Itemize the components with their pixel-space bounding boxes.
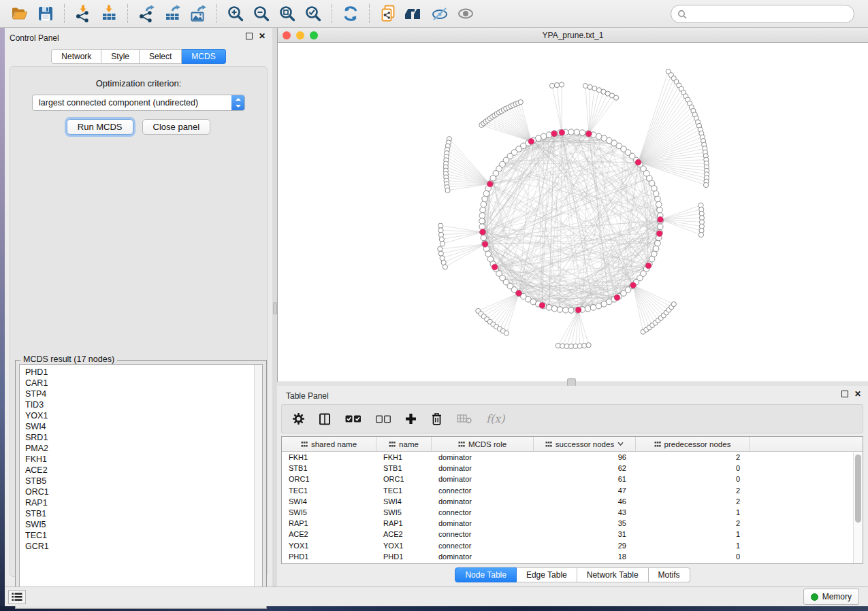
column-header-name[interactable]: name (376, 437, 432, 451)
cell-successor_nodes: 46 (534, 497, 636, 506)
delete-table-icon[interactable] (457, 414, 472, 424)
result-item[interactable]: FKH1 (20, 454, 262, 465)
table-row[interactable]: PHD1PHD1dominator180 (282, 551, 863, 562)
result-item[interactable]: PMA2 (20, 443, 262, 454)
result-item[interactable]: TID3 (20, 399, 262, 410)
table-scrollbar-thumb[interactable] (855, 455, 861, 523)
deselect-all-rows-icon[interactable] (376, 415, 391, 423)
result-item[interactable]: TEC1 (20, 530, 262, 541)
table-row[interactable]: STB1STB1dominator620 (282, 463, 863, 474)
close-table-panel-icon[interactable]: ✕ (854, 391, 861, 397)
add-column-icon[interactable] (405, 413, 417, 425)
result-item[interactable]: SWI4 (20, 421, 262, 432)
task-history-icon[interactable] (8, 590, 26, 604)
minimize-window-icon[interactable] (296, 31, 304, 39)
fx-label: f(x) (486, 412, 504, 425)
run-mcds-button[interactable]: Run MCDS (67, 119, 133, 135)
zoom-selected-icon[interactable] (302, 3, 324, 24)
table-tab-node-table[interactable]: Node Table (455, 567, 517, 582)
table-row[interactable]: ORC1ORC1dominator610 (282, 474, 863, 484)
gear-icon[interactable] (293, 413, 304, 425)
result-item[interactable]: SRD1 (20, 432, 262, 443)
tab-style[interactable]: Style (101, 49, 140, 64)
trash-icon[interactable] (431, 412, 443, 425)
network-titlebar[interactable]: YPA_prune.txt_1 (278, 28, 868, 43)
close-panel-button[interactable]: Close panel (142, 119, 211, 135)
cell-predecessor_nodes: 2 (636, 519, 750, 527)
result-list-scrollbar[interactable] (254, 365, 262, 604)
table-tab-network-table[interactable]: Network Table (577, 567, 649, 582)
tab-mcds[interactable]: MCDS (182, 49, 225, 64)
table-row[interactable]: FKH1FKH1dominator962 (282, 452, 863, 463)
column-header-successor-nodes[interactable]: successor nodes (534, 437, 636, 451)
tab-network[interactable]: Network (51, 49, 101, 64)
function-builder-icon[interactable]: f(x) (486, 412, 504, 425)
result-item[interactable]: ORC1 (20, 486, 262, 497)
result-item[interactable]: GCR1 (20, 541, 262, 552)
tab-select[interactable]: Select (140, 49, 182, 64)
zoom-out-icon[interactable] (251, 3, 272, 24)
export-network-icon[interactable] (135, 3, 157, 24)
cell-predecessor_nodes: 1 (636, 542, 750, 550)
result-item[interactable]: STB1 (20, 508, 262, 519)
table-scrollbar[interactable] (853, 452, 863, 563)
result-item[interactable]: RAP1 (20, 497, 262, 508)
maximize-window-icon[interactable] (310, 31, 318, 39)
clone-network-icon[interactable] (377, 3, 399, 24)
mcds-result-list[interactable]: PHD1CAR1STP4TID3YOX1SWI4SRD1PMA2FKH1ACE2… (19, 364, 263, 605)
cell-name: TEC1 (376, 486, 432, 495)
hide-selected-eye-icon[interactable] (429, 3, 451, 24)
column-type-icon (458, 441, 465, 448)
show-columns-icon[interactable] (319, 413, 331, 425)
import-network-icon[interactable] (72, 3, 94, 24)
table-row[interactable]: ACE2ACE2connector311 (282, 529, 863, 540)
table-tab-edge-table[interactable]: Edge Table (517, 567, 577, 582)
close-panel-icon[interactable]: ✕ (259, 33, 266, 39)
show-hidden-eye-icon[interactable] (455, 3, 477, 24)
column-header-predecessor-nodes[interactable]: predecessor nodes (636, 437, 750, 451)
select-all-rows-icon[interactable] (345, 414, 361, 423)
cell-shared_name: FKH1 (282, 453, 376, 461)
table-row[interactable]: SWI4SWI4dominator462 (282, 496, 863, 507)
control-panel: Control Panel ✕ NetworkStyleSelectMCDS O… (5, 28, 272, 587)
refresh-icon[interactable] (340, 3, 361, 24)
open-file-icon[interactable] (9, 3, 31, 24)
result-item[interactable]: ACE2 (20, 465, 262, 476)
table-toolbar: f(x) (281, 404, 863, 433)
table-tabs: Node TableEdge TableNetwork TableMotifs (455, 567, 690, 582)
toolbar-separator (216, 4, 217, 23)
search-input[interactable] (690, 7, 854, 21)
result-item[interactable]: CAR1 (20, 378, 262, 389)
toolbar-separator (332, 4, 332, 23)
table-row[interactable]: YOX1YOX1connector291 (282, 540, 863, 551)
result-item[interactable]: PHD1 (20, 365, 262, 378)
result-item[interactable]: STB5 (20, 476, 262, 486)
control-tabs: NetworkStyleSelectMCDS (5, 49, 272, 64)
zoom-in-icon[interactable] (225, 3, 246, 24)
float-panel-icon[interactable] (246, 33, 253, 39)
result-item[interactable]: STP4 (20, 389, 262, 399)
result-item[interactable]: YOX1 (20, 410, 262, 421)
table-row[interactable]: SWI5SWI5connector431 (282, 507, 863, 518)
zoom-fit-icon[interactable] (276, 3, 298, 24)
memory-button[interactable]: Memory (803, 589, 859, 605)
table-row[interactable]: RAP1RAP1dominator352 (282, 518, 863, 529)
node-table: shared namenameMCDS rolesuccessor nodesp… (281, 436, 863, 564)
network-canvas[interactable] (278, 43, 868, 381)
table-tab-motifs[interactable]: Motifs (649, 567, 690, 582)
optimization-criterion-label: Optimization criterion: (10, 78, 267, 88)
column-header-MCDS-role[interactable]: MCDS role (432, 437, 534, 451)
float-table-panel-icon[interactable] (841, 391, 848, 397)
export-image-icon[interactable] (187, 3, 209, 24)
import-table-icon[interactable] (98, 3, 120, 24)
find-icon[interactable] (403, 3, 425, 24)
table-row[interactable]: TEC1TEC1connector472 (282, 485, 863, 496)
column-header-shared-name[interactable]: shared name (282, 437, 376, 451)
result-item[interactable]: SWI5 (20, 519, 262, 530)
save-session-icon[interactable] (35, 3, 57, 24)
cell-shared_name: SWI4 (282, 497, 376, 506)
close-window-icon[interactable] (283, 31, 291, 39)
criterion-select[interactable]: largest connected component (undirected) (32, 95, 245, 111)
export-table-icon[interactable] (161, 3, 183, 24)
global-search[interactable] (671, 5, 854, 23)
